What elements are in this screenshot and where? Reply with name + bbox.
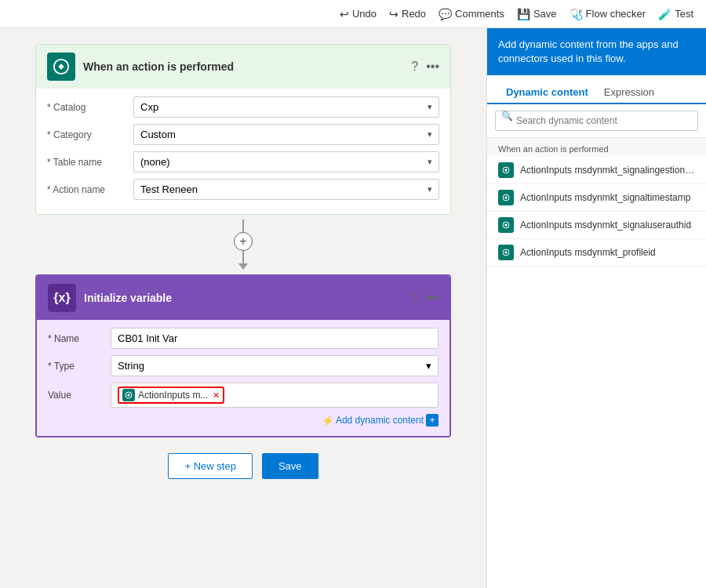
redo-label: Redo (402, 8, 426, 20)
category-value: Custom (140, 129, 176, 140)
init-value-row: Value ActionInputs m... ✕ (48, 383, 439, 408)
init-value-field[interactable]: ActionInputs m... ✕ (111, 383, 439, 408)
toolbar: ↩ Undo ↪ Redo 💬 Comments 💾 Save 🩺 Flow c… (0, 0, 706, 28)
connector-1: + (234, 220, 253, 270)
trigger-menu-icon[interactable]: ••• (426, 60, 439, 74)
undo-button[interactable]: ↩ Undo (340, 8, 377, 20)
flow-checker-button[interactable]: 🩺 Flow checker (570, 8, 646, 20)
save-flow-button[interactable]: Save (262, 453, 318, 479)
save-button[interactable]: 💾 Save (517, 8, 557, 20)
trigger-form: * Catalog Cxp ▾ * Category Custom ▾ * Ta… (36, 89, 450, 214)
init-header-right: ? ••• (410, 291, 439, 305)
action-name-label: * Action name (47, 184, 133, 195)
init-help-icon[interactable]: ? (410, 291, 417, 305)
trigger-help-icon[interactable]: ? (411, 60, 418, 74)
catalog-row: * Catalog Cxp ▾ (47, 96, 439, 118)
add-dynamic-icon: + (426, 414, 439, 426)
catalog-value: Cxp (140, 101, 158, 113)
init-name-label: * Name (48, 333, 111, 344)
table-name-value: (none) (140, 156, 170, 168)
canvas: When an action is performed ? ••• * Cata… (0, 28, 706, 588)
connector-line-top (242, 220, 244, 232)
tab-dynamic-content[interactable]: Dynamic content (498, 82, 596, 104)
add-dynamic-link[interactable]: Add dynamic content + (336, 414, 439, 426)
trigger-header-left: When an action is performed (47, 53, 234, 81)
init-header: {x} Initialize variable ? ••• (37, 276, 449, 320)
category-chevron-icon: ▾ (428, 129, 432, 140)
lightning-icon: ⚡ (322, 415, 334, 426)
table-name-row: * Table name (none) ▾ (47, 151, 439, 172)
panel-tabs: Dynamic content Expression (487, 75, 706, 104)
init-variable-block: {x} Initialize variable ? ••• * Name * T… (35, 274, 451, 437)
trigger-header: When an action is performed ? ••• (36, 45, 450, 89)
undo-label: Undo (352, 8, 377, 20)
tab-expression-label: Expression (604, 86, 654, 98)
init-name-input[interactable] (111, 328, 439, 349)
item-text-2: ActionInputs msdynmkt_signaltimestamp (520, 192, 690, 203)
item-text-4: ActionInputs msdynmkt_profileid (520, 247, 656, 258)
init-header-left: {x} Initialize variable (48, 284, 172, 312)
catalog-select[interactable]: Cxp ▾ (133, 96, 439, 118)
connector-line-bottom (242, 251, 244, 263)
item-text-3: ActionInputs msdynmkt_signaluserauthid (520, 220, 691, 230)
list-item[interactable]: ActionInputs msdynmkt_signaluserauthid (487, 212, 706, 239)
redo-button[interactable]: ↪ Redo (389, 8, 426, 20)
init-form: * Name * Type String ▾ Value (37, 320, 449, 436)
token-icon (122, 389, 135, 401)
panel-section-label: When an action is performed (487, 138, 706, 157)
new-step-button[interactable]: + New step (168, 453, 252, 479)
init-type-select[interactable]: String ▾ (111, 355, 439, 376)
action-name-select[interactable]: Test Reneen ▾ (133, 179, 439, 200)
init-type-chevron-icon: ▾ (426, 360, 431, 372)
category-row: * Category Custom ▾ (47, 124, 439, 145)
init-icon: {x} (48, 284, 76, 312)
search-wrap: 🔍 (487, 104, 706, 138)
init-menu-icon[interactable]: ••• (425, 291, 439, 305)
token-chip: ActionInputs m... ✕ (118, 387, 224, 404)
action-chevron-icon: ▾ (428, 184, 432, 194)
action-name-row: * Action name Test Reneen ▾ (47, 179, 439, 200)
item-icon-4 (498, 245, 514, 260)
catalog-label: * Catalog (47, 102, 133, 113)
search-input[interactable] (495, 111, 698, 131)
dynamic-panel: Add dynamic content from the apps and co… (486, 28, 706, 588)
list-item[interactable]: ActionInputs msdynmkt_profileid (487, 239, 706, 267)
redo-icon: ↪ (389, 8, 398, 20)
trigger-title: When an action is performed (83, 60, 234, 73)
connector-arrow (238, 263, 248, 270)
init-name-row: * Name (48, 328, 439, 349)
flow-checker-label: Flow checker (586, 8, 646, 20)
item-icon-2 (498, 190, 514, 205)
table-chevron-icon: ▾ (428, 157, 432, 167)
search-icon: 🔍 (501, 111, 513, 122)
list-item[interactable]: ActionInputs msdynmkt_signalingestiontim… (487, 157, 706, 184)
undo-icon: ↩ (340, 8, 349, 20)
action-name-value: Test Reneen (140, 183, 198, 195)
test-button[interactable]: 🧪 Test (658, 8, 693, 20)
panel-header-text: Add dynamic content from the apps and co… (498, 38, 679, 64)
add-dynamic-row: ⚡ Add dynamic content + (48, 414, 439, 426)
catalog-chevron-icon: ▾ (428, 102, 432, 112)
table-name-select[interactable]: (none) ▾ (133, 151, 439, 172)
add-step-button[interactable]: + (234, 232, 253, 251)
init-title: Initialize variable (84, 292, 172, 304)
trigger-block: When an action is performed ? ••• * Cata… (35, 44, 451, 215)
category-label: * Category (47, 129, 133, 140)
test-label: Test (675, 8, 693, 20)
add-dynamic-label: Add dynamic content (336, 415, 424, 426)
comments-button[interactable]: 💬 Comments (439, 8, 504, 20)
token-close-icon[interactable]: ✕ (213, 390, 220, 401)
tab-dynamic-label: Dynamic content (506, 86, 588, 98)
init-type-row: * Type String ▾ (48, 355, 439, 376)
item-icon-3 (498, 217, 514, 233)
category-select[interactable]: Custom ▾ (133, 124, 439, 145)
comments-icon: 💬 (439, 8, 452, 20)
trigger-icon (47, 53, 75, 81)
item-text-1: ActionInputs msdynmkt_signalingestiontim… (520, 165, 695, 176)
token-text: ActionInputs m... (138, 390, 208, 401)
list-item[interactable]: ActionInputs msdynmkt_signaltimestamp (487, 184, 706, 212)
bottom-buttons: + New step Save (168, 453, 318, 479)
init-value-label: Value (48, 390, 111, 401)
comments-label: Comments (455, 8, 504, 20)
tab-expression[interactable]: Expression (596, 82, 662, 104)
